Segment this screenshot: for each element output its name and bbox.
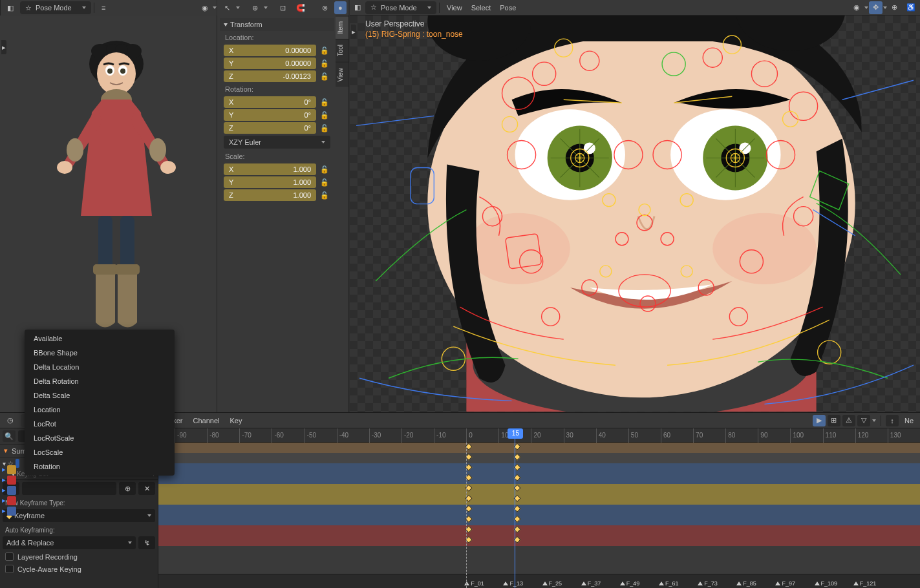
chevron-down-icon[interactable] [213,6,217,9]
popup-item[interactable]: Rotation [25,459,175,474]
cursor-icon[interactable]: ⊕ [248,1,262,14]
menu-channel[interactable]: Channel [189,417,223,425]
menu-key[interactable]: Key [226,417,246,425]
lock-icon[interactable]: 🔓 [319,109,330,121]
location-z-field[interactable]: Z-0.00123 [224,70,316,82]
popup-item[interactable]: LocRotScale [25,431,175,445]
menu-pose[interactable]: Pose [496,1,520,14]
timeline-marker[interactable]: F_01 [464,580,484,587]
track[interactable] [158,484,920,494]
shading-wireframe-icon[interactable]: ⊚ [318,1,332,14]
keying-set-popup: Available BBone Shape Delta Location Del… [25,330,175,476]
popup-item[interactable]: LocRot [25,417,175,431]
timeline-marker[interactable]: F_121 [853,580,877,587]
rotation-x-field[interactable]: X0° [224,96,316,108]
location-y-field[interactable]: Y0.00000 [224,58,316,69]
tab-tool[interactable]: Tool [336,39,348,61]
playhead[interactable]: 15 [515,428,515,588]
timeline-marker[interactable]: F_25 [542,580,562,587]
tab-view[interactable]: View [336,62,348,87]
snap-icon[interactable]: 🧲 [292,1,309,14]
track[interactable] [158,463,920,474]
overlays-toggle[interactable]: ◉ [850,1,864,14]
timeline-marker[interactable]: F_73 [698,580,718,587]
lock-icon[interactable]: 🔓 [319,58,330,69]
menu-view[interactable]: View [443,1,466,14]
warning-icon[interactable]: ⚠ [842,415,855,426]
lock-icon[interactable]: 🔓 [319,45,330,56]
selection-box-icon[interactable]: ⊞ [828,415,840,426]
track[interactable] [158,505,920,515]
lock-icon[interactable]: 🔓 [319,96,330,108]
timeline-marker[interactable]: F_37 [581,580,601,587]
timeline-marker[interactable]: F_109 [815,580,838,587]
editor-type-icon[interactable]: ◷ [3,414,17,427]
lock-icon[interactable]: 🔓 [319,70,330,82]
right-3d-viewport[interactable]: ◧ ☆ Pose Mode View Select Pose ◉ ✥ ⊕ ♿ ▸… [350,0,920,412]
lock-icon[interactable]: 🔓 [319,122,330,134]
normalize-icon[interactable]: ↕ [886,415,899,426]
track-summary[interactable] [158,443,920,453]
editor-type-icon[interactable]: ◧ [1,1,19,14]
editor-type-icon[interactable]: ◧ [350,1,365,14]
timeline-marker[interactable]: F_13 [503,580,523,587]
keyframe-type-select[interactable]: ◆ Keyframe [3,509,155,522]
xray-toggle[interactable]: ⊕ [888,1,901,14]
timeline-marker[interactable]: F_61 [659,580,679,587]
pointer-icon[interactable]: ▶ [813,415,826,426]
popup-item[interactable]: Location [25,403,175,417]
toolbar-expand-tab[interactable]: ▸ [351,25,356,39]
scale-y-field[interactable]: Y1.000 [224,176,316,188]
lock-icon[interactable]: 🔓 [319,163,330,175]
track[interactable] [158,536,920,546]
mode-select-left[interactable]: ☆ Pose Mode [20,1,91,14]
menu-select[interactable]: Select [467,1,495,14]
mode-select-right[interactable]: ☆ Pose Mode [365,1,436,14]
popup-item[interactable]: Delta Rotation [25,374,175,388]
timeline-marker[interactable]: F_85 [736,580,756,587]
tab-item[interactable]: Item [336,16,348,39]
scale-x-field[interactable]: X1.000 [224,163,316,175]
gizmo-toggle[interactable]: ✥ [869,1,883,14]
hamburger-icon[interactable]: ≡ [98,1,109,14]
overlays-toggle[interactable]: ◉ [198,1,212,14]
transform-panel-header[interactable]: Transform [220,18,334,31]
popup-item[interactable]: Delta Scale [25,388,175,403]
transform-pivot-icon[interactable]: ⊡ [276,1,290,14]
track[interactable] [158,474,920,484]
accessibility-icon[interactable]: ♿ [903,1,919,14]
timeline-marker[interactable]: F_97 [775,580,795,587]
track[interactable] [158,525,920,536]
auto-keyframe-options-icon[interactable]: ↯ [138,536,155,549]
rotation-y-field[interactable]: Y0° [224,109,316,121]
scale-z-field[interactable]: Z1.000 [224,189,316,201]
popup-item[interactable]: BBone Shape [25,346,175,360]
popup-item[interactable]: Available [25,331,175,346]
cycle-aware-checkbox[interactable]: Cycle-Aware Keying [3,563,155,575]
toolbar-expand-tab[interactable]: ▸ [1,40,6,54]
popup-item[interactable]: Delta Location [25,360,175,374]
shading-solid-icon[interactable]: ● [334,1,347,14]
keying-set-name-field[interactable] [22,482,116,495]
popup-item[interactable]: LocScale [25,445,175,459]
lock-icon[interactable]: 🔓 [319,189,330,201]
timeline-tracks[interactable]: -90-80-70-60-50-40-30-20-100102030405060… [158,428,920,588]
track[interactable] [158,494,920,505]
location-x-field[interactable]: X0.00000 [224,45,316,56]
rotation-mode-select[interactable]: XZY Euler [224,136,330,149]
track[interactable] [158,453,920,463]
character-face-closeup [350,16,920,412]
track[interactable] [158,515,920,525]
select-mode-icon[interactable]: ↖ [220,1,234,14]
auto-keyframe-mode-select[interactable]: Add & Replace [3,536,136,549]
layered-recording-checkbox[interactable]: Layered Recording [3,551,155,563]
timeline-marker[interactable]: F_49 [620,580,640,587]
frame-ruler[interactable]: -90-80-70-60-50-40-30-20-100102030405060… [158,428,920,443]
lock-icon[interactable]: 🔓 [319,176,330,188]
search-icon[interactable]: 🔍 [3,430,16,442]
ruler-tick: 60 [661,428,670,443]
rotation-z-field[interactable]: Z0° [224,122,316,134]
keying-set-remove-icon[interactable]: ✕ [138,482,155,495]
filter-icon[interactable]: ▽ [857,415,870,426]
keying-set-add-icon[interactable]: ⊕ [119,482,136,495]
